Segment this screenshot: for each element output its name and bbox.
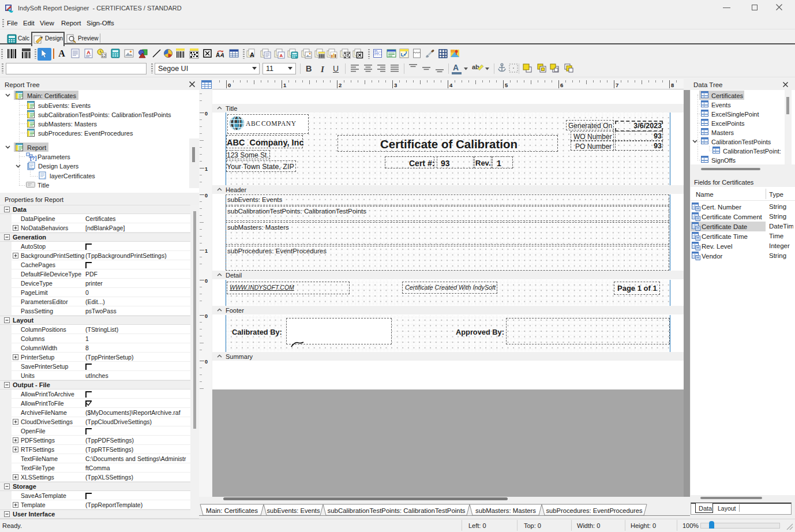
svg-text:subCalibrationTestPoints: Cali: subCalibrationTestPoints: CalibrationTes… (328, 507, 466, 514)
svg-text:subEvents: Events: subEvents: Events (267, 507, 320, 514)
svg-text:A: A (220, 51, 226, 58)
svg-text:A: A (87, 50, 91, 55)
svg-text:subProcedures: EventProcedures: subProcedures: EventProcedures (546, 507, 643, 514)
svg-text:Main: Certificates: Main: Certificates (206, 507, 258, 514)
svg-text:subMasters: Masters: subMasters: Masters (475, 507, 536, 514)
svg-text:12: 12 (102, 54, 106, 58)
svg-text:A: A (58, 48, 65, 58)
svg-text:[?]: [?] (30, 155, 37, 161)
svg-text:A: A (280, 53, 283, 58)
svg-text:A: A (250, 51, 254, 58)
